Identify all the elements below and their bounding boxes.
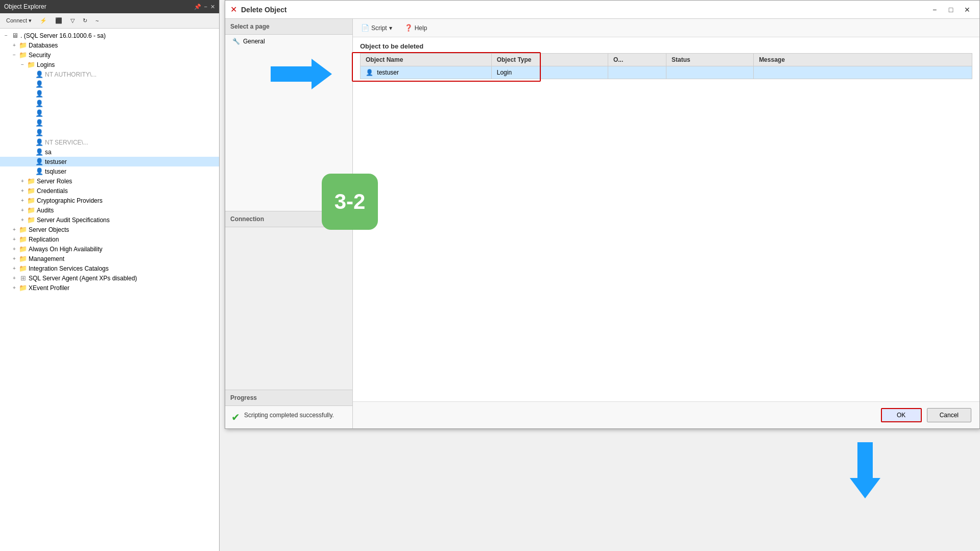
tree-item-login5[interactable]: 👤 xyxy=(0,108,219,118)
cancel-button[interactable]: Cancel xyxy=(927,408,971,422)
tree-item-integration[interactable]: + 📁 Integration Services Catalogs xyxy=(0,263,219,273)
ok-button[interactable]: OK xyxy=(881,408,922,422)
tree-label-server-audit: Server Audit Specifications xyxy=(37,217,110,224)
toggle-server-roles[interactable]: + xyxy=(18,178,27,184)
tree-label-server-objects: Server Objects xyxy=(29,226,69,233)
filter-objects-button[interactable]: ▽ xyxy=(67,16,78,25)
dialog-maximize-button[interactable]: □ xyxy=(944,3,958,17)
toggle-always-on[interactable]: + xyxy=(10,246,18,252)
tree-item-tsqluser[interactable]: 👤 tsqluser xyxy=(0,166,219,176)
toggle-security[interactable]: − xyxy=(10,52,18,58)
object-owner-cell xyxy=(608,66,666,79)
tree-item-databases[interactable]: + 📁 Databases xyxy=(0,40,219,50)
connection-area xyxy=(225,227,352,390)
general-page-item[interactable]: 🔧 General xyxy=(225,35,352,48)
col-header-message: Message xyxy=(754,54,972,66)
tree-label-management: Management xyxy=(29,255,64,262)
user-icon5: 👤 xyxy=(35,109,44,117)
script-button[interactable]: 📄 Script ▾ xyxy=(358,23,395,33)
tree-label-databases: Databases xyxy=(29,42,58,49)
tree-item-server-roles[interactable]: + 📁 Server Roles xyxy=(0,176,219,186)
tree-item-xevent[interactable]: + 📁 XEvent Profiler xyxy=(0,283,219,293)
tree-label-always-on: Always On High Availability xyxy=(29,246,103,253)
server-roles-folder-icon: 📁 xyxy=(27,177,36,185)
object-table-container: Object Name Object Type O... Status Mess… xyxy=(353,53,979,79)
dialog-minimize-button[interactable]: − xyxy=(927,3,942,17)
dialog-close-button[interactable]: ✕ xyxy=(960,3,974,17)
tree-label-replication: Replication xyxy=(29,236,59,243)
tree-item-login-nt-long[interactable]: 👤 NT SERVICE\... xyxy=(0,137,219,147)
server-icon: 🖥 xyxy=(10,32,19,39)
tree-item-sql-agent[interactable]: + ⊞ SQL Server Agent (Agent XPs disabled… xyxy=(0,273,219,283)
tree-item-security[interactable]: − 📁 Security xyxy=(0,50,219,60)
toggle-sql-agent[interactable]: + xyxy=(10,275,18,281)
tree-item-audits[interactable]: + 📁 Audits xyxy=(0,205,219,215)
svg-marker-1 xyxy=(850,442,880,498)
tree-label-login5 xyxy=(45,110,46,117)
tree-item-crypto[interactable]: + 📁 Cryptographic Providers xyxy=(0,196,219,205)
oe-window-controls: 📌 − ✕ xyxy=(194,4,215,10)
toggle-integration[interactable]: + xyxy=(10,266,18,271)
oe-pin-icon[interactable]: 📌 xyxy=(194,4,201,10)
tree-item-logins[interactable]: − 📁 Logins xyxy=(0,60,219,69)
dialog-body: Select a page 🔧 General Connection Progr… xyxy=(225,19,979,428)
connect-button[interactable]: Connect ▾ xyxy=(3,16,35,25)
tree-item-sa[interactable]: 👤 sa xyxy=(0,147,219,157)
tree-item-server-audit[interactable]: + 📁 Server Audit Specifications xyxy=(0,215,219,225)
stop-button[interactable]: ⬛ xyxy=(52,16,65,25)
object-table-header: Object Name Object Type O... Status Mess… xyxy=(361,54,972,66)
tree-item-login-nt1[interactable]: 👤 NT AUTHORITY\... xyxy=(0,69,219,79)
user-icon-testuser: 👤 xyxy=(35,158,44,165)
toggle-databases[interactable]: + xyxy=(10,42,18,48)
toggle-login-nt1 xyxy=(27,71,35,77)
toggle-server-objects[interactable]: + xyxy=(10,227,18,232)
filter-button[interactable]: ⚡ xyxy=(37,16,50,25)
dialog-title-left: ✕ Delete Object xyxy=(230,5,286,14)
sidebar-empty-space xyxy=(225,48,352,211)
tree-item-login4[interactable]: 👤 xyxy=(0,99,219,108)
toggle-replication[interactable]: + xyxy=(10,236,18,242)
tree-label-login3 xyxy=(45,90,46,98)
oe-toolbar: Connect ▾ ⚡ ⬛ ▽ ↻ ~ xyxy=(0,13,219,29)
toggle-logins[interactable]: − xyxy=(18,62,27,67)
toggle-credentials[interactable]: + xyxy=(18,188,27,194)
tree-item-login6[interactable]: 👤 xyxy=(0,118,219,128)
summary-button[interactable]: ~ xyxy=(92,17,102,25)
toggle-crypto[interactable]: + xyxy=(18,198,27,203)
connection-section-label: Connection xyxy=(225,211,352,227)
toggle-audits[interactable]: + xyxy=(18,207,27,213)
tree-item-testuser[interactable]: 👤 testuser xyxy=(0,157,219,166)
tree-item-replication[interactable]: + 📁 Replication xyxy=(0,234,219,244)
oe-minimize-icon[interactable]: − xyxy=(204,4,207,10)
user-icon-nt-long: 👤 xyxy=(35,138,44,146)
tree-item-management[interactable]: + 📁 Management xyxy=(0,254,219,263)
server-audit-folder-icon: 📁 xyxy=(27,216,36,224)
tree-item-always-on[interactable]: + 📁 Always On High Availability xyxy=(0,244,219,254)
toggle-root[interactable]: − xyxy=(2,33,10,38)
object-table: Object Name Object Type O... Status Mess… xyxy=(360,53,972,79)
connect-dropdown-icon: ▾ xyxy=(29,17,32,23)
toggle-management[interactable]: + xyxy=(10,256,18,261)
tree-item-credentials[interactable]: + 📁 Credentials xyxy=(0,186,219,196)
tree-item-login2[interactable]: 👤 xyxy=(0,79,219,89)
script-dropdown-icon: ▾ xyxy=(389,25,392,32)
oe-close-icon[interactable]: ✕ xyxy=(210,4,215,10)
tree-item-login7[interactable]: 👤 xyxy=(0,128,219,137)
tree-item-login3[interactable]: 👤 xyxy=(0,89,219,99)
toggle-server-audit[interactable]: + xyxy=(18,217,27,223)
dialog-main: 📄 Script ▾ ❓ Help Object to be deleted O… xyxy=(353,19,979,428)
user-error-icon: 👤 xyxy=(35,70,44,78)
progress-section-label: Progress xyxy=(225,390,352,406)
refresh-button[interactable]: ↻ xyxy=(80,16,90,25)
tree-item-root[interactable]: − 🖥 . (SQL Server 16.0.1000.6 - sa) xyxy=(0,31,219,40)
toggle-xevent[interactable]: + xyxy=(10,285,18,291)
help-button[interactable]: ❓ Help xyxy=(401,23,431,33)
always-on-folder-icon: 📁 xyxy=(18,245,28,253)
tree-item-server-objects[interactable]: + 📁 Server Objects xyxy=(0,225,219,234)
table-row[interactable]: 👤 testuser Login xyxy=(361,66,972,79)
script-icon: 📄 xyxy=(361,24,369,32)
user-icon7: 👤 xyxy=(35,129,44,136)
object-to-delete-label: Object to be deleted xyxy=(353,37,979,53)
tree-label-sa: sa xyxy=(45,149,52,156)
tree-label-xevent: XEvent Profiler xyxy=(29,284,69,292)
